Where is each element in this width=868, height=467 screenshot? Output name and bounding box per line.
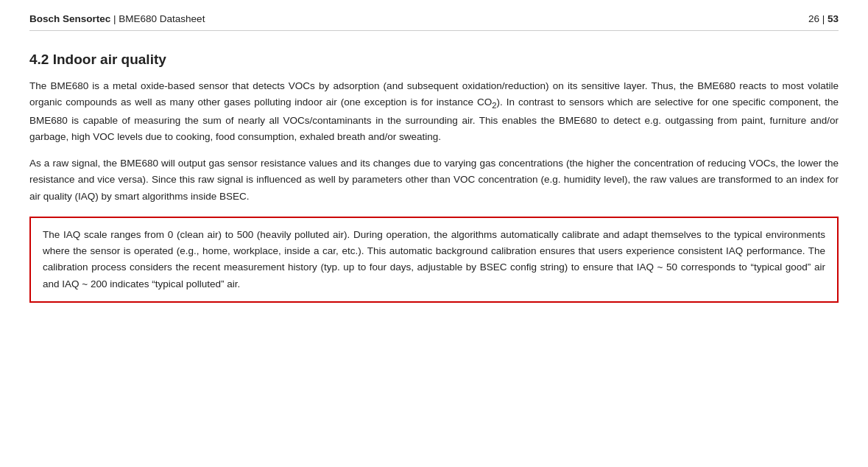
page-current: 26 <box>808 13 819 24</box>
highlighted-iaq-box: The IAQ scale ranges from 0 (clean air) … <box>29 217 839 303</box>
brand-name: Bosch Sensortec <box>29 13 110 24</box>
page-separator: | <box>819 13 828 24</box>
paragraph-1: The BME680 is a metal oxide-based sensor… <box>29 78 839 145</box>
header-separator: | <box>110 13 119 24</box>
page-container: Bosch Sensortec | BME680 Datasheet 26 | … <box>0 0 868 467</box>
highlighted-iaq-text: The IAQ scale ranges from 0 (clean air) … <box>43 229 825 289</box>
page-total: 53 <box>828 13 839 24</box>
section-title: 4.2 Indoor air quality <box>29 52 839 68</box>
document-title: BME680 Datasheet <box>119 13 205 24</box>
paragraph-2: As a raw signal, the BME680 will output … <box>29 155 839 205</box>
header-right: 26 | 53 <box>808 13 839 24</box>
header-left: Bosch Sensortec | BME680 Datasheet <box>29 13 205 24</box>
page-header: Bosch Sensortec | BME680 Datasheet 26 | … <box>29 13 839 31</box>
